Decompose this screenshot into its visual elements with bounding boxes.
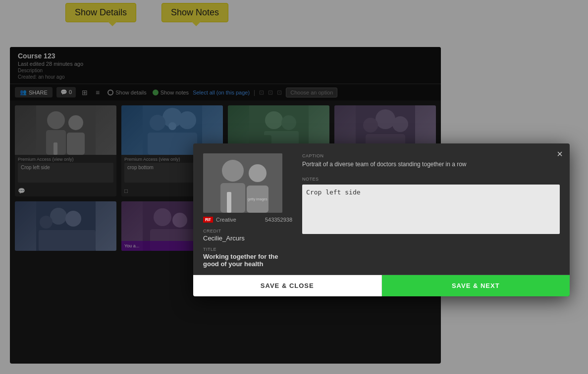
credit-value: Cecilie_Arcurs — [203, 234, 292, 242]
modal-body: getty images RF Creative 543352938 CREDI… — [193, 143, 570, 268]
modal-left-panel: getty images RF Creative 543352938 CREDI… — [203, 153, 292, 268]
save-close-button[interactable]: SAVE & CLOSE — [193, 275, 382, 296]
notes-textarea[interactable]: Crop left side — [302, 185, 560, 234]
modal-image: getty images — [203, 153, 282, 213]
svg-point-34 — [249, 164, 267, 182]
caption-text: Portrait of a diverse team of doctors st… — [302, 160, 560, 169]
modal-close-button[interactable]: × — [557, 148, 563, 160]
title-value: Working together for the good of your he… — [203, 253, 292, 268]
notes-label: NOTES — [302, 177, 560, 182]
edit-modal: × getty images RF Creative 543352938 — [193, 143, 570, 296]
modal-info: CREDIT Cecilie_Arcurs TITLE Working toge… — [203, 229, 292, 268]
svg-text:getty images: getty images — [248, 197, 267, 201]
svg-point-32 — [222, 160, 244, 182]
notes-section: NOTES Crop left side — [302, 177, 560, 236]
close-icon: × — [557, 148, 563, 159]
creative-label: Creative — [216, 217, 236, 223]
rf-badge: RF — [203, 217, 213, 223]
credit-label: CREDIT — [203, 229, 292, 234]
caption-label: CAPTION — [302, 153, 560, 158]
save-next-button[interactable]: SAVE & NEXT — [382, 275, 570, 296]
svg-rect-33 — [220, 183, 245, 213]
modal-footer: SAVE & CLOSE SAVE & NEXT — [193, 275, 570, 296]
modal-right-panel: CAPTION Portrait of a diverse team of do… — [302, 153, 560, 268]
image-id: 543352938 — [265, 217, 292, 223]
title-label: TITLE — [203, 247, 292, 252]
svg-rect-36 — [227, 192, 231, 213]
modal-image-badge: RF Creative 543352938 — [203, 217, 292, 223]
